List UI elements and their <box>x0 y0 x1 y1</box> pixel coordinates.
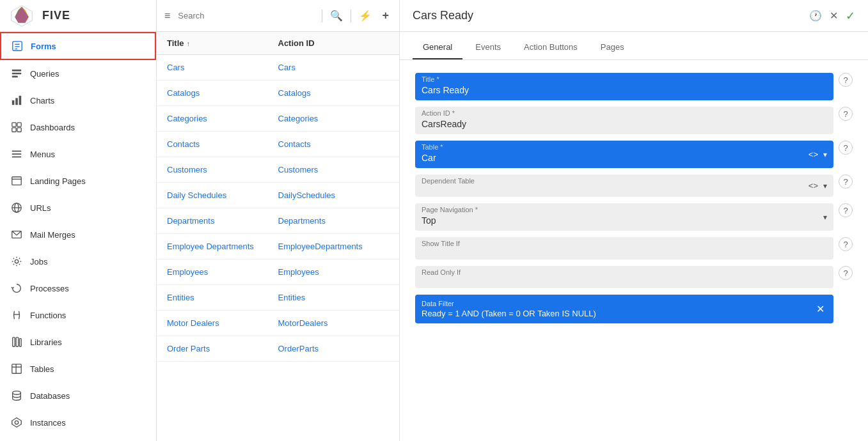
sidebar-icon-jobs <box>10 254 24 268</box>
sidebar-item-functions[interactable]: Functions <box>0 302 156 329</box>
title-value[interactable]: Cars Ready <box>415 84 833 100</box>
table-row[interactable]: Employee Departments EmployeeDepartments <box>157 234 399 259</box>
page-nav-help-icon[interactable]: ? <box>839 203 853 217</box>
table-row[interactable]: Order Parts OrderParts <box>157 336 399 362</box>
sidebar-item-urls[interactable]: URLs <box>0 194 156 221</box>
sidebar-icon-urls <box>10 201 24 215</box>
data-filter-value[interactable]: Ready = 1 AND (Taken = 0 OR Taken IS NUL… <box>422 309 596 318</box>
table-row[interactable]: Cars Cars <box>157 55 399 81</box>
tab-action-buttons[interactable]: Action Buttons <box>514 36 588 59</box>
middle-list: Cars Cars Catalogs Catalogs Categories C… <box>157 55 399 441</box>
data-filter-close-button[interactable]: ✕ <box>814 303 827 315</box>
show-title-label: Show Title If <box>415 237 833 248</box>
sidebar: FIVE Forms Queries Charts Dashboards Men… <box>0 0 157 441</box>
action-id-help-icon[interactable]: ? <box>839 107 853 121</box>
sidebar-item-databases[interactable]: Databases <box>0 382 156 409</box>
sidebar-item-charts[interactable]: Charts <box>0 87 156 114</box>
show-title-value[interactable] <box>415 248 833 259</box>
history-button[interactable]: 🕐 <box>809 10 822 22</box>
show-title-field-group: Show Title If ? <box>415 237 853 259</box>
show-title-help-icon[interactable]: ? <box>839 237 853 251</box>
title-help-icon[interactable]: ? <box>839 73 853 87</box>
sidebar-item-tables[interactable]: Tables <box>0 355 156 382</box>
sidebar-label-urls: URLs <box>30 203 51 213</box>
svg-rect-16 <box>17 123 21 127</box>
page-nav-field-group: Page Navigation * Top ▾ ? <box>415 203 853 231</box>
show-title-field: Show Title If <box>415 237 833 259</box>
page-nav-label: Page Navigation * <box>415 203 822 214</box>
svg-rect-12 <box>12 100 15 105</box>
svg-marker-4 <box>15 6 29 22</box>
sidebar-item-forms[interactable]: Forms <box>0 32 156 60</box>
svg-rect-9 <box>12 70 21 72</box>
sidebar-label-tables: Tables <box>30 364 54 374</box>
table-row[interactable]: Motor Dealers MotorDealers <box>157 311 399 336</box>
five-logo-icon <box>10 4 33 27</box>
right-panel: Cars Ready 🕐 ✕ ✓ GeneralEventsAction But… <box>400 0 868 441</box>
svg-point-36 <box>13 391 21 394</box>
table-row[interactable]: Customers Customers <box>157 157 399 183</box>
page-nav-value[interactable]: Top <box>415 214 822 231</box>
sidebar-item-dashboards[interactable]: Dashboards <box>0 114 156 141</box>
cell-action-id: EmployeeDepartments <box>278 242 390 251</box>
svg-point-28 <box>15 259 18 263</box>
tab-events[interactable]: Events <box>465 36 511 59</box>
read-only-value[interactable] <box>415 277 833 288</box>
cell-action-id: Employees <box>278 267 390 277</box>
table-row[interactable]: Daily Schedules DailySchedules <box>157 183 399 208</box>
cell-title: Cars <box>167 63 278 72</box>
read-only-help-icon[interactable]: ? <box>839 266 853 280</box>
tab-general[interactable]: General <box>413 36 462 59</box>
sidebar-item-menus[interactable]: Menus <box>0 141 156 167</box>
page-nav-dropdown-button[interactable]: ▾ <box>822 213 828 222</box>
lightning-button[interactable]: ⚡ <box>356 8 374 23</box>
table-help-icon[interactable]: ? <box>839 141 853 155</box>
search-input[interactable] <box>178 11 317 20</box>
sidebar-icon-forms <box>10 39 24 53</box>
svg-rect-11 <box>12 76 18 78</box>
col-title-header[interactable]: Title ↑ <box>167 38 278 48</box>
dependent-table-help-icon[interactable]: ? <box>839 174 853 189</box>
svg-rect-18 <box>17 128 21 132</box>
right-panel-title: Cars Ready <box>413 9 809 22</box>
table-row[interactable]: Catalogs Catalogs <box>157 81 399 106</box>
action-id-field: Action ID * CarsReady <box>415 107 833 134</box>
sidebar-item-queries[interactable]: Queries <box>0 60 156 87</box>
table-row[interactable]: Entities Entities <box>157 285 399 311</box>
svg-rect-15 <box>12 123 16 127</box>
sidebar-icon-tables <box>10 362 24 376</box>
confirm-button[interactable]: ✓ <box>846 9 855 23</box>
search-button[interactable]: 🔍 <box>327 8 345 23</box>
sidebar-item-mail-merges[interactable]: Mail Merges <box>0 221 156 248</box>
toolbar-divider2 <box>351 10 351 22</box>
sidebar-label-charts: Charts <box>30 96 54 105</box>
table-code-button[interactable]: <> <box>807 150 819 159</box>
middle-table-header: Title ↑ Action ID <box>157 32 399 55</box>
table-row[interactable]: Employees Employees <box>157 259 399 285</box>
read-only-field: Read Only If <box>415 266 833 288</box>
sidebar-item-libraries[interactable]: Libraries <box>0 329 156 355</box>
cell-title: Customers <box>167 165 278 174</box>
action-id-value[interactable]: CarsReady <box>415 118 833 134</box>
table-row[interactable]: Departments Departments <box>157 208 399 234</box>
svg-rect-13 <box>15 98 18 105</box>
sidebar-item-landing-pages[interactable]: Landing Pages <box>0 167 156 194</box>
sidebar-item-instances[interactable]: Instances <box>0 409 156 436</box>
table-field-group: Table * Car <> ▾ ? <box>415 141 853 168</box>
add-button[interactable]: + <box>379 8 391 24</box>
close-button[interactable]: ✕ <box>830 10 838 22</box>
dep-table-code-button[interactable]: <> <box>807 181 819 190</box>
svg-rect-14 <box>19 96 22 105</box>
sidebar-item-jobs[interactable]: Jobs <box>0 248 156 275</box>
table-dropdown-button[interactable]: ▾ <box>822 150 828 159</box>
logo-text: FIVE <box>42 9 70 22</box>
tab-pages[interactable]: Pages <box>590 36 635 59</box>
table-row[interactable]: Categories Categories <box>157 106 399 132</box>
table-value[interactable]: Car <box>415 151 807 168</box>
read-only-field-group: Read Only If ? <box>415 266 853 288</box>
table-row[interactable]: Contacts Contacts <box>157 132 399 157</box>
dependent-table-value[interactable] <box>415 185 807 197</box>
sidebar-item-processes[interactable]: Processes <box>0 275 156 302</box>
sidebar-item-resources[interactable]: Resources <box>0 436 156 441</box>
dep-table-dropdown-button[interactable]: ▾ <box>822 182 828 190</box>
